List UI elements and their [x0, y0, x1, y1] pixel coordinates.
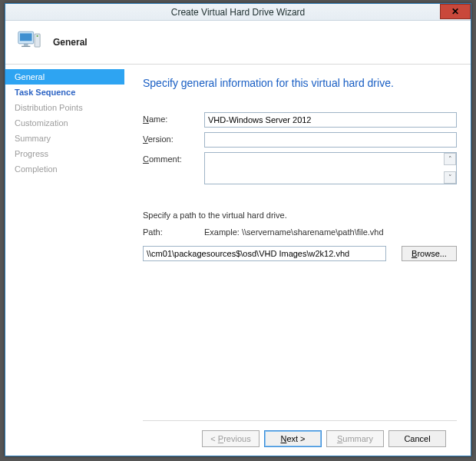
step-distribution-points: Distribution Points [5, 100, 124, 115]
step-completion: Completion [5, 161, 124, 177]
version-label: Version: [143, 132, 204, 144]
window-title: Create Virtual Hard Drive Wizard [171, 7, 306, 18]
wizard-body: General Task Sequence Distribution Point… [5, 65, 471, 456]
path-example: Example: \\servername\sharename\path\fil… [204, 227, 384, 237]
header-title: General [53, 37, 88, 48]
path-section-label: Specify a path to the virtual hard drive… [143, 211, 457, 220]
path-example-row: Path: Example: \\servername\sharename\pa… [143, 227, 457, 237]
wizard-window: Create Virtual Hard Drive Wizard ✕ Gener… [5, 3, 471, 456]
version-row: Version: [143, 132, 457, 148]
wizard-footer: < Previous Next > Summary Cancel [143, 420, 457, 456]
comment-row: Comment: ˄ ˅ [143, 152, 457, 184]
computer-icon [16, 28, 42, 56]
page-heading: Specify general information for this vir… [143, 77, 457, 89]
comment-scrollbar: ˄ ˅ [444, 153, 456, 184]
path-input-row: Browse... [143, 246, 457, 261]
scroll-up-icon[interactable]: ˄ [444, 153, 456, 165]
summary-button: Summary [326, 430, 384, 447]
close-icon: ✕ [451, 6, 459, 17]
name-input[interactable] [204, 112, 457, 128]
step-progress: Progress [5, 146, 124, 161]
comment-label: Comment: [143, 152, 204, 164]
comment-input[interactable] [205, 153, 444, 184]
titlebar[interactable]: Create Virtual Hard Drive Wizard ✕ [5, 4, 471, 21]
path-label: Path: [143, 227, 204, 237]
step-task-sequence[interactable]: Task Sequence [5, 85, 124, 100]
previous-button: < Previous [202, 430, 259, 447]
svg-rect-1 [20, 33, 32, 41]
version-input[interactable] [204, 132, 457, 148]
close-button[interactable]: ✕ [440, 4, 471, 19]
svg-point-5 [37, 35, 38, 37]
cancel-button[interactable]: Cancel [388, 430, 446, 447]
step-sidebar: General Task Sequence Distribution Point… [5, 65, 124, 456]
step-general[interactable]: General [5, 69, 124, 85]
svg-rect-3 [21, 46, 30, 47]
path-input[interactable] [143, 246, 386, 261]
main-panel: Specify general information for this vir… [124, 65, 471, 456]
svg-rect-2 [24, 44, 28, 46]
scroll-down-icon[interactable]: ˅ [444, 171, 456, 184]
browse-button[interactable]: Browse... [402, 246, 457, 261]
next-button[interactable]: Next > [264, 430, 322, 447]
comment-field-wrap: ˄ ˅ [204, 152, 457, 184]
header-band: General [5, 21, 471, 65]
step-customization: Customization [5, 115, 124, 131]
name-label: Name: [143, 112, 204, 124]
name-row: Name: [143, 112, 457, 128]
step-summary: Summary [5, 131, 124, 146]
